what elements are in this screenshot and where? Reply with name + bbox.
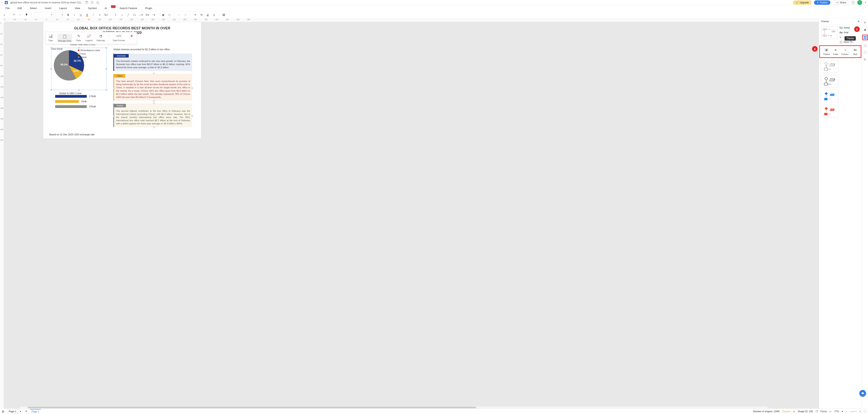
share-icon: ⚬⟨ — [836, 1, 839, 4]
menu-insert[interactable]: Insert — [45, 7, 52, 10]
title-bar: ‹ ◆ global-box-office-record-of-movie-in… — [0, 0, 868, 5]
star-icon[interactable] — [96, 1, 99, 4]
format-toolbar: » ↶ ↷ ▾ ▾ B I U A T̸ ≡ ⇅≡ T ◇ ╱ ⤴↘ —▾ ☰▾… — [0, 11, 868, 19]
menu-search-feature[interactable]: Search Feature — [120, 7, 137, 10]
menu-ai[interactable]: AIhot — [104, 7, 112, 10]
distribute-icon[interactable]: ☷ — [183, 12, 188, 17]
bold-icon[interactable]: B — [66, 12, 70, 17]
back-button[interactable]: ‹ — [2, 1, 2, 4]
menu-symbol[interactable]: Symbol — [88, 7, 97, 10]
menu-view[interactable]: View — [75, 7, 80, 10]
cart-icon: 🛒 — [796, 1, 799, 4]
align-icon[interactable]: ≡ — [97, 12, 102, 17]
font-size-dropdown[interactable]: ▾ — [55, 12, 64, 17]
hot-badge: hot — [111, 5, 116, 8]
menu-select[interactable]: Select — [30, 7, 37, 10]
menu-edit[interactable]: Edit — [18, 7, 22, 10]
send-icon: ✈ — [817, 1, 819, 4]
svg-text:?: ? — [852, 1, 854, 4]
help-icon[interactable]: ? — [851, 1, 855, 4]
publish-label: Publish — [820, 1, 828, 4]
underline-icon[interactable]: U — [79, 12, 83, 17]
crop-icon[interactable]: ⧉ — [199, 12, 204, 17]
lock-icon[interactable]: 🔒 — [205, 12, 210, 17]
share-button[interactable]: ⚬⟨ Share — [833, 0, 849, 5]
text-style-icon[interactable]: T̸ — [91, 12, 96, 17]
line-weight-icon[interactable]: ☰▾ — [145, 12, 150, 17]
svg-text:◆: ◆ — [5, 2, 7, 4]
export-icon[interactable] — [91, 1, 94, 4]
format-painter-icon[interactable] — [24, 12, 29, 17]
send-backward-icon[interactable]: ▢ — [167, 12, 172, 17]
document-filename: global-box-office-record-of-movie-in-cin… — [10, 1, 81, 4]
text-tool-icon[interactable]: T — [113, 12, 118, 17]
menu-plugin[interactable]: Plugin — [145, 7, 152, 10]
user-avatar[interactable]: C — [857, 0, 862, 5]
font-family-dropdown[interactable]: ▾ — [34, 12, 54, 17]
line-icon[interactable]: ╱ — [126, 12, 131, 17]
line-style-icon[interactable]: —▾ — [138, 12, 143, 17]
svg-rect-3 — [86, 1, 87, 2]
line-spacing-icon[interactable]: ⇅≡ — [104, 12, 108, 17]
bring-forward-icon[interactable]: ▣ — [161, 12, 165, 17]
upgrade-label: Upgrade — [800, 1, 809, 4]
share-label: Share — [840, 1, 846, 4]
upgrade-button[interactable]: 🛒 Upgrade — [793, 0, 812, 5]
effects-icon[interactable]: ✦ — [193, 12, 197, 17]
save-icon[interactable] — [85, 1, 88, 4]
connector-icon[interactable]: ⤴↘ — [132, 12, 137, 17]
menu-file[interactable]: File — [5, 7, 10, 10]
italic-icon[interactable]: I — [72, 12, 77, 17]
image-icon[interactable]: 🖼 — [221, 12, 226, 17]
menu-bar: File Edit Select Insert Layout View Symb… — [0, 5, 868, 11]
undo-icon[interactable]: ↶ — [12, 12, 17, 17]
redo-icon[interactable]: ↷ — [18, 12, 23, 17]
expand-tools-icon[interactable]: » — [2, 12, 7, 17]
dash-style-icon[interactable]: ┄▾ — [151, 12, 156, 17]
align-objects-icon[interactable]: ⫿ — [177, 12, 182, 17]
publish-button[interactable]: ✈ Publish — [814, 0, 830, 5]
font-color-icon[interactable]: A — [85, 12, 89, 17]
fill-icon[interactable]: ◇ — [120, 12, 124, 17]
menu-layout[interactable]: Layout — [59, 7, 67, 10]
avatar-dropdown-icon[interactable]: ▼ — [864, 1, 866, 4]
formula-icon[interactable]: 𝛘 — [212, 12, 216, 17]
app-logo-icon: ◆ — [5, 1, 8, 4]
